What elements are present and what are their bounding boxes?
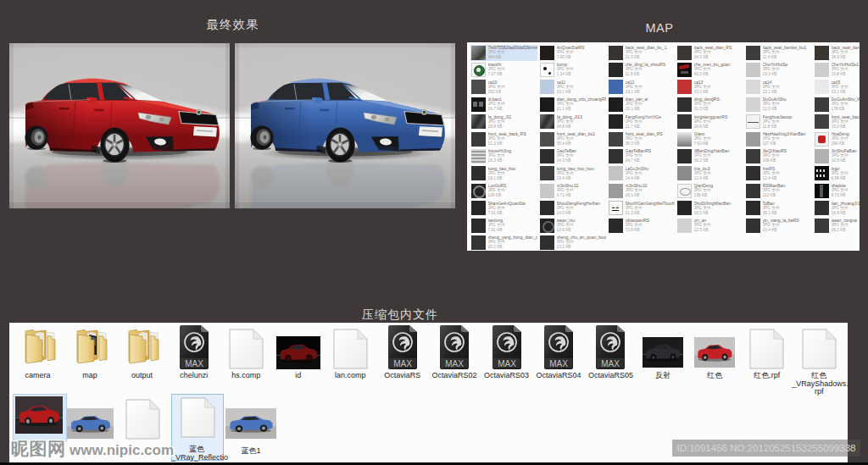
svg-text:MAX: MAX [602, 358, 620, 368]
svg-text:MAX: MAX [498, 358, 516, 368]
svg-text:MAX: MAX [445, 358, 464, 368]
svg-text:MAX: MAX [393, 358, 412, 368]
svg-text:MAX: MAX [549, 358, 568, 368]
svg-text:MAX: MAX [185, 358, 203, 368]
